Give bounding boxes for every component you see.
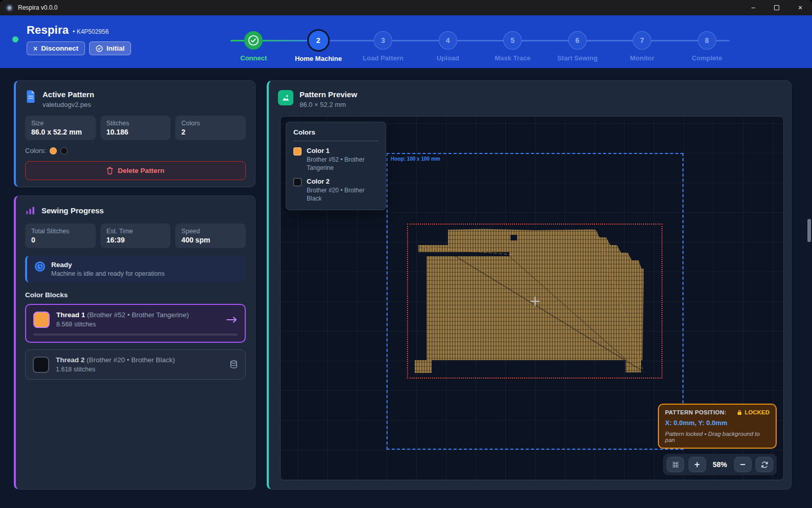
zoom-percentage: 58% — [710, 460, 730, 469]
reset-view-button[interactable] — [756, 457, 773, 472]
stat-colors: Colors 2 — [175, 116, 246, 140]
arrow-right-icon — [226, 316, 238, 323]
status-description: Machine is idle and ready for operations — [51, 270, 165, 277]
status-title: Ready — [51, 261, 165, 269]
stat-speed: Speed 400 spm — [175, 224, 246, 248]
titlebar: Respira v0.0.0 − × — [0, 0, 812, 15]
app-window: Respira v0.0.0 − × Respira • K4P502956 ×… — [0, 0, 812, 508]
stat-size: Size 86.0 x 52.2 mm — [25, 116, 96, 140]
collapse-icon — [672, 461, 679, 469]
app-icon — [5, 4, 14, 12]
connection-status-dot — [12, 36, 18, 42]
thread-1-swatch — [33, 312, 50, 328]
window-title: Respira v0.0.0 — [18, 4, 57, 11]
step-upload[interactable]: 4 Upload — [416, 31, 481, 65]
file-icon — [25, 90, 36, 103]
lock-icon — [737, 410, 742, 415]
hoop-label: Hoop: 100 x 100 mm — [391, 156, 440, 162]
check-circle-icon — [96, 45, 103, 52]
pattern-filename: valetudogv2.pes — [42, 101, 94, 108]
database-icon — [229, 360, 238, 369]
zoom-in-button[interactable]: + — [689, 457, 706, 472]
maximize-icon — [774, 5, 779, 10]
trash-icon — [106, 167, 113, 174]
initial-button[interactable]: Initial — [89, 41, 131, 55]
thread-1-progress-bar — [33, 334, 238, 336]
minimize-button[interactable]: − — [741, 0, 765, 15]
position-label: PATTERN POSITION: — [665, 409, 726, 415]
step-complete[interactable]: 8 Complete — [675, 31, 740, 65]
color-dot-orange — [50, 147, 57, 154]
scrollbar-thumb[interactable] — [807, 219, 811, 242]
pattern-dimensions: 86.0 × 52.2 mm — [300, 101, 357, 108]
colors-legend-heading: Colors — [293, 128, 378, 141]
colors-label: Colors: — [25, 147, 46, 154]
step-monitor[interactable]: 7 Monitor — [610, 31, 675, 65]
disconnect-button[interactable]: × Disconnect — [27, 41, 85, 55]
color-dot-black — [60, 147, 68, 154]
preview-canvas[interactable]: Hoop: 100 x 100 mm — [280, 116, 784, 480]
stat-stitches: Stitches 10.186 — [100, 116, 171, 140]
colors-legend-panel: Colors Color 1 Brother #52 • Brother Tan… — [286, 122, 386, 210]
legend-swatch-1 — [293, 147, 302, 156]
position-hint: Pattern locked • Drag background to pan — [665, 431, 770, 443]
workflow-stepper: Connect 2 Home Machine 3 Load Pattern 4 … — [221, 31, 739, 65]
legend-color-2: Color 2 Brother #20 • Brother Black — [293, 178, 378, 203]
step-connect[interactable]: Connect — [221, 31, 286, 65]
thread-block-2[interactable]: Thread 2 (Brother #20 • Brother Black) 1… — [25, 349, 246, 380]
brand-title: Respira — [27, 24, 69, 37]
zoom-out-button[interactable]: − — [734, 457, 752, 472]
refresh-icon — [761, 461, 768, 469]
thread-block-1[interactable]: Thread 1 (Brother #52 • Brother Tangerin… — [25, 304, 246, 343]
fit-view-button[interactable] — [667, 457, 684, 472]
color-blocks-heading: Color Blocks — [25, 291, 246, 299]
hoop-center-crosshair — [530, 297, 540, 306]
pattern-position-panel: PATTERN POSITION: LOCKED X: 0.0mm, Y: 0.… — [658, 404, 777, 449]
sewing-progress-title: Sewing Progress — [41, 206, 104, 215]
serial-bullet: • — [73, 28, 75, 35]
stat-est-time: Est. Time 16:39 — [100, 224, 171, 248]
machine-status-banner: Ready Machine is idle and ready for oper… — [25, 256, 246, 282]
pattern-preview-card: Pattern Preview 86.0 × 52.2 mm Hoop: 100… — [267, 80, 792, 490]
legend-swatch-2 — [293, 178, 302, 186]
pattern-preview-title: Pattern Preview — [300, 90, 357, 99]
active-pattern-title: Active Pattern — [42, 90, 94, 99]
bar-chart-icon — [25, 205, 35, 215]
maximize-button[interactable] — [765, 0, 788, 15]
thread-2-swatch — [33, 357, 49, 373]
step-mask-trace[interactable]: 5 Mask Trace — [480, 31, 545, 65]
locked-badge: LOCKED — [737, 409, 770, 415]
app-header: Respira • K4P502956 × Disconnect Initial — [0, 15, 812, 68]
sewing-progress-card: Sewing Progress Total Stitches 0 Est. Ti… — [14, 195, 255, 490]
stat-total-stitches: Total Stitches 0 — [25, 224, 96, 248]
step-start-sewing[interactable]: 6 Start Sewing — [545, 31, 610, 65]
step-load-pattern[interactable]: 3 Load Pattern — [351, 31, 416, 65]
clock-icon — [34, 261, 46, 272]
step-home-machine[interactable]: 2 Home Machine — [286, 31, 351, 65]
machine-serial: K4P502956 — [77, 28, 109, 35]
delete-pattern-button[interactable]: Delete Pattern — [25, 161, 246, 180]
step-connect-circle — [244, 31, 263, 50]
position-coordinates: X: 0.0mm, Y: 0.0mm — [665, 419, 770, 427]
disconnect-x-icon: × — [33, 45, 37, 52]
legend-color-1: Color 1 Brother #52 • Brother Tangerine — [293, 147, 378, 172]
check-circle-icon — [248, 35, 259, 46]
active-pattern-card: Active Pattern valetudogv2.pes Size 86.0… — [14, 80, 255, 187]
image-icon — [278, 90, 293, 105]
zoom-toolbar: + 58% − — [663, 454, 777, 475]
close-button[interactable]: × — [788, 0, 812, 15]
